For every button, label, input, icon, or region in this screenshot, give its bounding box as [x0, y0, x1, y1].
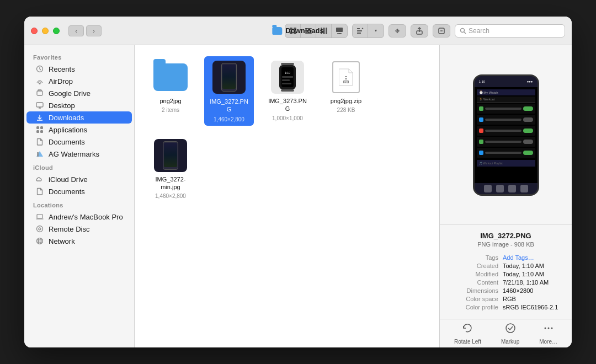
svg-rect-34	[36, 130, 39, 133]
svg-rect-52	[345, 76, 347, 77]
action-button[interactable]	[389, 24, 406, 38]
sidebar-item-documents-icloud[interactable]: Documents	[26, 185, 132, 197]
info-row-tags: Tags Add Tags…	[449, 254, 563, 261]
svg-rect-16	[357, 33, 361, 34]
icloud-label: iCloud	[24, 160, 134, 173]
finder-window: ‹ › Downloads	[24, 17, 572, 347]
info-row-dimensions: Dimensions 1460×2800	[449, 287, 563, 294]
watch-playlist-row: 🎵 Workout Playlist	[477, 160, 535, 167]
preview-toolbar: Rotate Left Markup	[440, 319, 572, 347]
preview-panel: 1:10 ●●● ⌚ My Watch 🏃 Workout	[439, 45, 572, 347]
share-button[interactable]	[411, 24, 428, 38]
tags-label: Tags	[449, 254, 498, 261]
gallery-view-button[interactable]	[332, 24, 347, 38]
close-button[interactable]	[31, 28, 38, 34]
documents-label: Documents	[49, 138, 123, 146]
sidebar-item-downloads[interactable]: Downloads	[26, 111, 132, 124]
colorprofile-label: Color profile	[449, 304, 498, 311]
phone-screen-2	[164, 143, 177, 167]
preview-info: IMG_3272.PNG PNG image - 908 KB Tags Add…	[440, 224, 572, 319]
file-item-img3272[interactable]: IMG_3272.PNG 1,460×2,800	[204, 56, 254, 126]
sort-chevron[interactable]: ▾	[368, 24, 384, 38]
sidebar-item-icloud-drive[interactable]: iCloud Drive	[26, 173, 132, 185]
sidebar-item-desktop[interactable]: Desktop	[26, 99, 132, 111]
file-meta-png2jpg: 2 items	[162, 107, 179, 113]
group-button[interactable]	[353, 24, 368, 38]
watch-toggle-1	[523, 106, 533, 111]
edit-button[interactable]	[433, 24, 450, 38]
colorprofile-value: sRGB IEC61966-2.1	[503, 304, 563, 311]
sidebar-item-network[interactable]: Network	[26, 235, 132, 247]
svg-point-23	[461, 28, 465, 32]
svg-text:1:10: 1:10	[285, 71, 290, 74]
sidebar-item-macbook[interactable]: Andrew's MacBook Pro	[26, 211, 132, 223]
zip-icon-wrapper: ZIP	[328, 60, 364, 95]
file-item-img3273[interactable]: 1:10 IMG_3273.PNG 1,000×1,000	[263, 56, 312, 125]
modified-label: Modified	[449, 271, 498, 277]
svg-rect-27	[37, 91, 42, 95]
svg-rect-35	[40, 130, 43, 133]
ag-watermarks-label: AG Watermarks	[49, 150, 123, 158]
window-title-area: Downloads	[272, 26, 323, 35]
watch-dot-blue-2	[479, 151, 483, 155]
watch-bar-1	[485, 108, 522, 110]
more-button[interactable]: More…	[535, 320, 562, 347]
svg-text:ZIP: ZIP	[344, 81, 348, 84]
bottom-icon-3	[508, 185, 516, 192]
file-item-zip[interactable]: ZIP png2jpg.zip 228 KB	[321, 56, 371, 116]
svg-marker-17	[361, 28, 364, 29]
forward-button[interactable]: ›	[86, 25, 102, 36]
zip-paper-svg: ZIP	[339, 68, 353, 86]
nav-buttons: ‹ ›	[68, 25, 102, 36]
file-item-img3272min[interactable]: IMG_3272-min.jpg 1,460×2,800	[146, 135, 195, 203]
file-name-zip: png2jpg.zip	[331, 97, 361, 105]
watch-dot-blue	[479, 117, 483, 122]
titlebar: ‹ › Downloads	[24, 17, 572, 45]
sidebar-item-remote-disc[interactable]: Remote Disc	[26, 223, 132, 235]
sidebar-item-airdrop[interactable]: AirDrop	[26, 75, 132, 87]
bottom-icon-1	[484, 185, 492, 192]
preview-phone-top: 1:10 ●●●	[475, 76, 538, 87]
created-label: Created	[449, 263, 498, 269]
watch-row-5	[477, 148, 535, 158]
phone-body-2	[163, 141, 178, 170]
desktop-icon	[35, 101, 44, 110]
preview-phone-signal: ●●●	[527, 80, 533, 83]
svg-point-40	[37, 238, 43, 244]
icloud-drive-icon	[35, 175, 44, 184]
back-button[interactable]: ‹	[68, 25, 84, 36]
sidebar-item-documents[interactable]: Documents	[26, 136, 132, 148]
svg-point-26	[39, 83, 40, 84]
watch-dot-green-2	[479, 140, 483, 144]
tags-value[interactable]: Add Tags…	[503, 254, 563, 261]
info-row-content: Content 7/21/18, 1:10 AM	[449, 279, 563, 286]
dimensions-value: 1460×2800	[503, 287, 563, 294]
search-box[interactable]: Search	[455, 24, 565, 38]
watch-toggle-3	[523, 129, 533, 133]
maximize-button[interactable]	[53, 28, 60, 34]
colorspace-value: RGB	[503, 296, 563, 302]
sidebar-item-applications[interactable]: Applications	[26, 124, 132, 136]
sidebar-item-ag-watermarks[interactable]: AG Watermarks	[26, 148, 132, 160]
markup-button[interactable]: Markup	[497, 320, 524, 347]
rotate-left-button[interactable]: Rotate Left	[450, 320, 486, 347]
search-placeholder: Search	[469, 27, 489, 35]
svg-line-24	[464, 32, 466, 34]
network-label: Network	[49, 237, 123, 245]
preview-phone-bottom	[475, 183, 538, 194]
favorites-label: Favorites	[24, 50, 134, 63]
preview-filetype: PNG image - 908 KB	[449, 241, 563, 248]
sidebar-item-recents[interactable]: Recents	[26, 63, 132, 75]
watch-row-2	[477, 115, 535, 125]
file-name-img3272min: IMG_3272-min.jpg	[155, 175, 185, 191]
watch-row-1	[477, 104, 535, 114]
file-item-png2jpg[interactable]: png2jpg 2 items	[146, 56, 195, 116]
sidebar-item-google-drive[interactable]: Google Drive	[26, 87, 132, 99]
watch-toggle-5	[523, 151, 533, 155]
minimize-button[interactable]	[42, 28, 49, 34]
folder-icon-wrapper	[153, 60, 188, 95]
phone-screen-content-2	[164, 143, 177, 167]
google-drive-label: Google Drive	[49, 89, 123, 98]
traffic-lights	[31, 28, 60, 34]
phone-screen	[222, 65, 236, 89]
